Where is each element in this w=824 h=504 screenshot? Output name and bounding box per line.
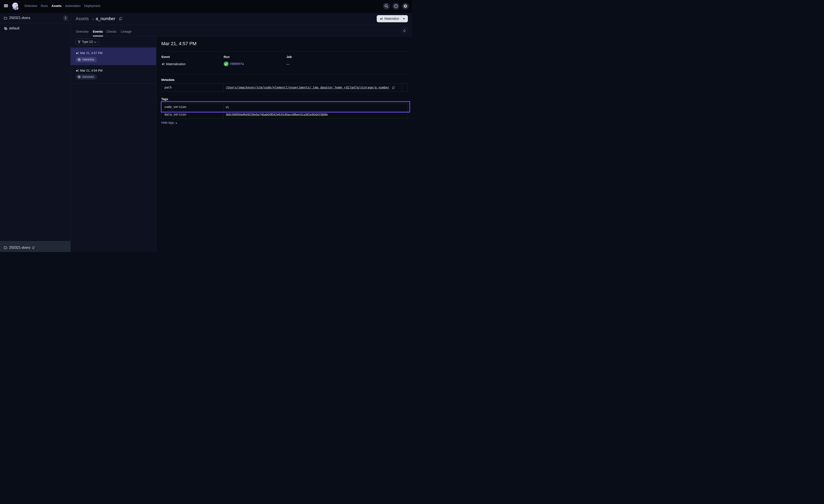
svg-text:?: ? bbox=[395, 5, 396, 7]
